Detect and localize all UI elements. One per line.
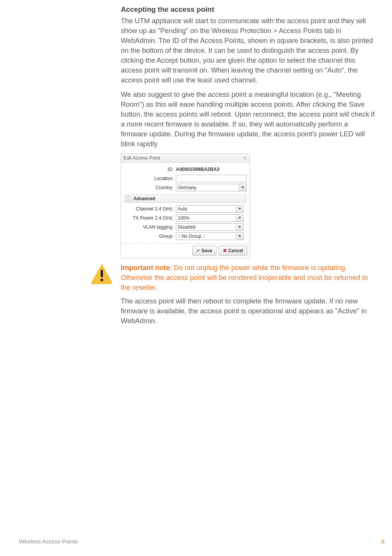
chevron-down-icon <box>236 215 243 221</box>
save-button[interactable]: ✔ Save <box>192 246 217 256</box>
id-label: ID: <box>124 167 176 172</box>
location-label: Location: <box>124 176 176 181</box>
advanced-body: Channel 2.4 GHz: Auto TX Power 2.4 GHz: … <box>124 203 247 243</box>
txpower-label: TX Power 2.4 GHz: <box>124 215 176 221</box>
svg-point-6 <box>100 278 103 281</box>
cancel-label: Cancel <box>228 248 243 253</box>
dialog-title: Edit Access Point <box>123 155 160 161</box>
main-content: Accepting the access point The UTM appli… <box>121 5 375 265</box>
svg-marker-3 <box>238 226 241 228</box>
group-select[interactable]: :: No Group :: <box>176 232 243 240</box>
channel-label: Channel 2.4 GHz: <box>124 206 176 212</box>
chevron-down-icon <box>236 224 243 231</box>
note-text-column: Important note: Do not unplug the power … <box>113 263 375 326</box>
important-note-lead: Important note <box>121 264 170 272</box>
vlan-row: VLAN tagging: Disabled <box>124 223 243 232</box>
dialog-form: ID: A40001599BA2BA3 Location: Country: G… <box>121 163 250 243</box>
chevron-down-icon <box>236 205 243 212</box>
dialog-footer: ✔ Save ✖ Cancel <box>121 243 250 258</box>
txpower-row: TX Power 2.4 GHz: 100% <box>124 213 243 223</box>
note-followup: The access point will then reboot to com… <box>121 296 375 326</box>
chevron-down-icon <box>236 233 243 240</box>
txpower-value: 100% <box>176 215 236 221</box>
country-row: Country: Germany <box>124 183 247 192</box>
svg-rect-5 <box>101 270 103 277</box>
close-icon[interactable]: ✕ <box>243 155 247 161</box>
svg-marker-4 <box>238 235 241 237</box>
channel-row: Channel 2.4 GHz: Auto <box>124 204 243 213</box>
advanced-section-header[interactable]: − Advanced <box>124 194 247 203</box>
country-select[interactable]: Germany <box>176 184 247 191</box>
important-note-text: Important note: Do not unplug the power … <box>121 263 375 292</box>
save-label: Save <box>202 248 212 253</box>
collapse-toggle-icon: − <box>126 196 131 201</box>
footer-page-number: 3 <box>381 538 384 545</box>
vlan-value: Disabled <box>176 224 236 231</box>
channel-select[interactable]: Auto <box>176 205 243 213</box>
txpower-select[interactable]: 100% <box>176 214 243 222</box>
x-icon: ✖ <box>223 248 227 253</box>
channel-value: Auto <box>176 205 236 212</box>
id-value: A40001599BA2BA3 <box>176 167 220 172</box>
chevron-down-icon <box>239 184 246 191</box>
country-label: Country: <box>124 185 176 190</box>
advanced-label: Advanced <box>133 196 155 201</box>
id-row: ID: A40001599BA2BA3 <box>124 165 247 174</box>
important-note-block: Important note: Do not unplug the power … <box>90 263 375 326</box>
dialog-titlebar: Edit Access Point ✕ <box>121 154 250 163</box>
vlan-select[interactable]: Disabled <box>176 223 243 231</box>
country-value: Germany <box>176 184 239 191</box>
edit-access-point-dialog: Edit Access Point ✕ ID: A40001599BA2BA3 … <box>121 153 250 258</box>
check-icon: ✔ <box>196 248 200 253</box>
document-page: Accepting the access point The UTM appli… <box>0 0 392 556</box>
group-value: :: No Group :: <box>176 233 236 240</box>
cancel-button[interactable]: ✖ Cancel <box>219 246 247 256</box>
svg-marker-2 <box>238 217 241 219</box>
location-input[interactable] <box>176 175 247 182</box>
svg-marker-1 <box>238 208 241 210</box>
group-label: Group: <box>124 234 176 239</box>
warning-icon <box>90 263 113 286</box>
location-row: Location: <box>124 174 247 183</box>
section-heading: Accepting the access point <box>121 5 375 14</box>
page-footer: Wireless Access Points 3 <box>19 538 384 545</box>
svg-marker-0 <box>241 186 244 188</box>
vlan-label: VLAN tagging: <box>124 224 176 230</box>
group-row: Group: :: No Group :: <box>124 232 243 241</box>
footer-doc-title: Wireless Access Points <box>19 538 78 545</box>
body-paragraph-1: The UTM appliance will start to communic… <box>121 16 375 85</box>
body-paragraph-2: We also suggest to give the access point… <box>121 90 375 149</box>
